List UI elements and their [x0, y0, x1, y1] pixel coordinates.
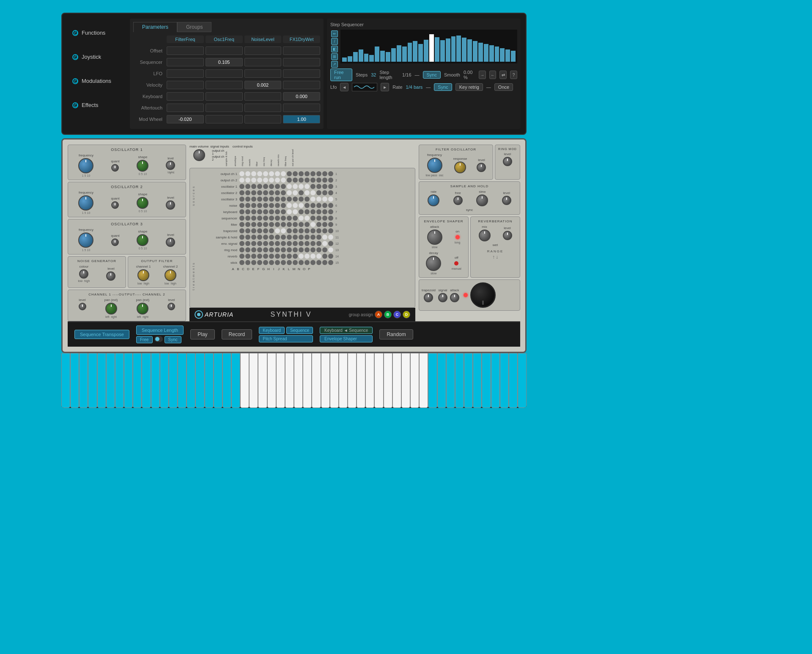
velocity-cell-1[interactable]: [206, 81, 243, 89]
white-key-5[interactable]: [106, 353, 115, 408]
white-key-29[interactable]: [321, 353, 330, 408]
dot-4-2[interactable]: [251, 197, 256, 202]
dot-14-14[interactable]: [322, 260, 327, 265]
dot-4-8[interactable]: [287, 197, 292, 202]
dot-13-2[interactable]: [251, 254, 256, 259]
dot-5-12[interactable]: [310, 203, 315, 208]
offset-cell-2[interactable]: [244, 47, 282, 55]
white-key-24[interactable]: [276, 353, 285, 408]
dot-0-8[interactable]: [287, 171, 292, 176]
sync-btn[interactable]: Sync: [165, 336, 181, 343]
seq-bar-15[interactable]: [424, 40, 428, 62]
offset-cell-0[interactable]: [167, 47, 204, 55]
dot-2-10[interactable]: [299, 184, 304, 189]
dot-3-11[interactable]: [304, 190, 310, 195]
dot-4-0[interactable]: [239, 197, 244, 202]
dot-10-1[interactable]: [245, 235, 250, 240]
dot-6-14[interactable]: [322, 209, 327, 214]
dot-9-11[interactable]: [304, 228, 310, 233]
dot-10-5[interactable]: [269, 235, 274, 240]
osc3-level-knob[interactable]: [166, 238, 175, 247]
seq-bar-29[interactable]: [500, 48, 505, 62]
dot-14-4[interactable]: [263, 260, 268, 265]
dot-9-12[interactable]: [310, 228, 315, 233]
seq-sync-btn[interactable]: Sync: [423, 71, 441, 79]
dot-13-6[interactable]: [275, 254, 280, 259]
dot-12-2[interactable]: [251, 247, 256, 252]
dot-4-13[interactable]: [316, 197, 321, 202]
dot-10-2[interactable]: [251, 235, 256, 240]
white-key-30[interactable]: [330, 353, 339, 408]
dot-11-5[interactable]: [269, 241, 274, 246]
lfo-sync-btn[interactable]: Sync: [434, 83, 452, 91]
dot-3-1[interactable]: [245, 190, 250, 195]
dot-6-8[interactable]: [287, 209, 292, 214]
dot-12-10[interactable]: [299, 247, 304, 252]
dot-13-10[interactable]: [299, 254, 304, 259]
white-key-10[interactable]: [151, 353, 160, 408]
trap-led[interactable]: [464, 293, 468, 297]
white-key-2[interactable]: [79, 353, 88, 408]
modwheel-cell-1[interactable]: [206, 115, 243, 123]
white-key-23[interactable]: [267, 353, 276, 408]
group-d-btn[interactable]: D: [403, 311, 410, 318]
dot-4-6[interactable]: [275, 197, 280, 202]
dot-9-9[interactable]: [293, 228, 298, 233]
dot-6-15[interactable]: [328, 209, 333, 214]
keyboard-cell-0[interactable]: [167, 92, 204, 101]
seq-bar-9[interactable]: [391, 48, 396, 62]
seq-bar-28[interactable]: [495, 47, 499, 62]
dot-14-8[interactable]: [287, 260, 292, 265]
power-btn-modulations[interactable]: ⏻: [72, 78, 78, 84]
dot-1-15[interactable]: [328, 178, 333, 183]
dot-3-3[interactable]: [257, 190, 262, 195]
dot-14-10[interactable]: [299, 260, 304, 265]
dot-8-15[interactable]: [328, 222, 333, 227]
seq-nav-left[interactable]: ←: [489, 71, 497, 79]
white-key-25[interactable]: [285, 353, 294, 408]
velocity-cell-0[interactable]: [167, 81, 204, 89]
seq-bar-18[interactable]: [440, 40, 445, 62]
power-btn-functions[interactable]: ⏻: [72, 30, 78, 36]
dot-2-15[interactable]: [328, 184, 333, 189]
dot-4-9[interactable]: [293, 197, 298, 202]
dot-2-5[interactable]: [269, 184, 274, 189]
sequence-btn[interactable]: Sequence: [286, 327, 313, 334]
white-key-43[interactable]: [446, 353, 455, 408]
seq-bar-22[interactable]: [462, 38, 466, 62]
ch-out-level1-knob[interactable]: [79, 303, 86, 310]
seq-bar-19[interactable]: [446, 38, 450, 62]
dot-13-1[interactable]: [245, 254, 250, 259]
dot-14-9[interactable]: [293, 260, 298, 265]
dot-5-3[interactable]: [257, 203, 262, 208]
white-key-51[interactable]: [518, 353, 527, 408]
dot-3-5[interactable]: [269, 190, 274, 195]
white-key-28[interactable]: [312, 353, 321, 408]
dot-9-1[interactable]: [245, 228, 250, 233]
white-key-34[interactable]: [365, 353, 374, 408]
filter-response-knob[interactable]: [454, 161, 466, 173]
white-key-27[interactable]: [303, 353, 312, 408]
dot-11-15[interactable]: [328, 241, 333, 246]
dot-2-11[interactable]: [304, 184, 310, 189]
group-a-btn[interactable]: A: [375, 311, 382, 318]
seq-bar-23[interactable]: [467, 39, 472, 62]
dot-1-12[interactable]: [310, 178, 315, 183]
white-key-42[interactable]: [437, 353, 446, 408]
dot-12-1[interactable]: [245, 247, 250, 252]
white-key-50[interactable]: [509, 353, 518, 408]
trap-big-knob[interactable]: [470, 282, 496, 308]
dot-4-11[interactable]: [304, 197, 310, 202]
seq-loop[interactable]: ⇄: [499, 71, 507, 79]
dot-12-15[interactable]: [328, 247, 333, 252]
dot-14-13[interactable]: [316, 260, 321, 265]
main-volume-knob[interactable]: [193, 149, 205, 161]
lfo-prev-btn[interactable]: ◄: [340, 83, 348, 91]
dot-13-4[interactable]: [263, 254, 268, 259]
seq-bar-10[interactable]: [397, 45, 401, 62]
dot-13-15[interactable]: [328, 254, 333, 259]
dot-11-9[interactable]: [293, 241, 298, 246]
dot-8-9[interactable]: [293, 222, 298, 227]
dot-1-5[interactable]: [269, 178, 274, 183]
seq-bar-25[interactable]: [478, 43, 483, 62]
